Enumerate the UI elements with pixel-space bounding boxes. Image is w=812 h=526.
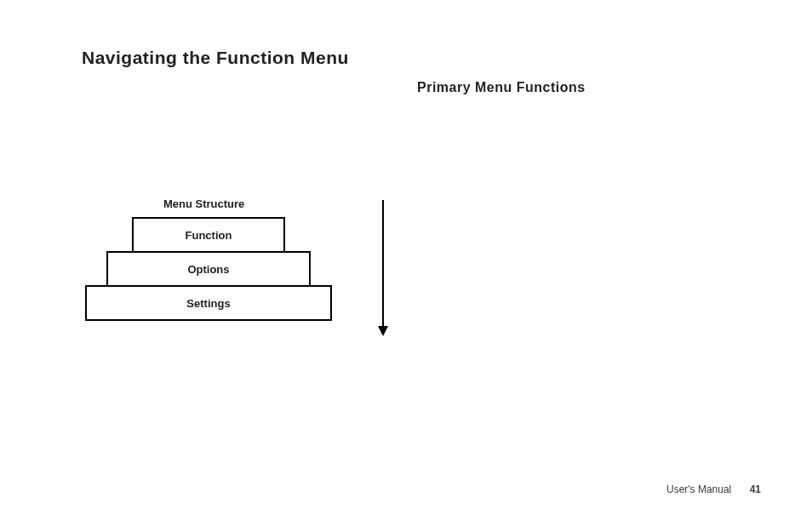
manual-page: Navigating the Function Menu Primary Men… (0, 0, 812, 526)
tier-settings: Settings (85, 285, 332, 321)
menu-structure-diagram: Function Options Settings (85, 217, 332, 321)
svg-marker-1 (378, 326, 388, 336)
footer-label: User's Manual (666, 483, 731, 495)
page-number: 41 (750, 483, 761, 495)
section-subheading: Primary Menu Functions (417, 80, 586, 95)
page-heading: Navigating the Function Menu (82, 48, 349, 68)
tier-function: Function (132, 217, 285, 253)
tier-options: Options (106, 251, 311, 287)
page-footer: User's Manual 41 (666, 483, 761, 495)
down-arrow-icon (375, 200, 392, 340)
diagram-label: Menu Structure (163, 197, 244, 210)
